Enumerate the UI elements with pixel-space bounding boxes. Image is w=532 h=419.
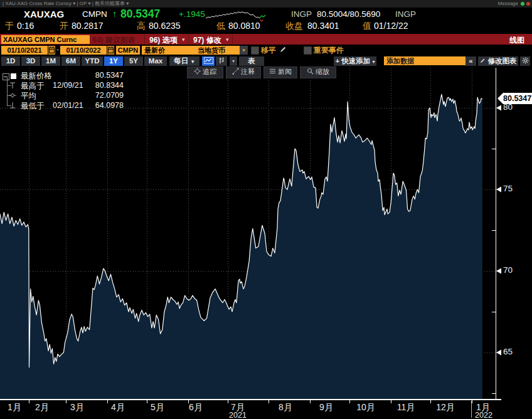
zoom-label: 缩放 — [316, 68, 329, 75]
range-toolbar: 1D 3D 1M 6M YTD 1Y 5Y Max 每日 ▼ ▾ 表 + 快速添… — [0, 55, 532, 66]
open-label: 开 — [60, 21, 68, 32]
x-axis-month-label: 10月 — [356, 402, 375, 413]
range-tab-ytd[interactable]: YTD — [82, 56, 103, 66]
time-value: 0:16 — [17, 21, 34, 31]
key-events-checkbox[interactable] — [304, 46, 312, 55]
titlebar-breadcrumb[interactable]: | XAU-XAG Cross Rate Curncy ▾ | GP ▾ | 相… — [3, 0, 129, 8]
divider — [232, 34, 233, 44]
annotate-button[interactable]: 注释 — [226, 66, 261, 78]
add-data-input[interactable]: 添加数据 — [384, 56, 466, 65]
legend-high-value: 80.8344 — [86, 81, 124, 90]
range-tab-max[interactable]: Max — [144, 56, 167, 66]
gear-icon[interactable] — [520, 56, 530, 66]
bid-dealer: INGP — [291, 9, 312, 19]
legend-high-date: 12/09/21 — [53, 81, 83, 90]
quick-add-label: 快速添加 — [341, 57, 370, 65]
legend-collapse-node[interactable] — [3, 73, 9, 80]
range-tab-1y-active[interactable]: 1Y — [104, 56, 123, 66]
price-chart[interactable] — [0, 68, 502, 404]
legend-average-label[interactable]: 平均 — [21, 91, 36, 102]
price-field-select[interactable]: 最新价 — [142, 46, 196, 55]
edit-chart-button[interactable]: 修改图表 — [478, 56, 518, 66]
quick-add-button[interactable]: + 快速添加 ▾ — [334, 56, 376, 66]
ask-dealer: INGP — [395, 9, 416, 19]
message-button[interactable]: Message — [498, 0, 518, 8]
range-tab-6m[interactable]: 6M — [61, 56, 80, 66]
collapse-panel-button[interactable]: « — [466, 56, 476, 66]
last-price-axis-tag: 80.5347 — [497, 93, 532, 104]
open-value: 80.2817 — [72, 21, 104, 31]
x-axis-month-label: 1月 — [8, 402, 21, 413]
close-value: 80.3401 — [307, 21, 339, 31]
function-bar: XAUXAG CMPN Curnc 94) 建议图表 96) 选项 ▾ 97) … — [0, 34, 532, 45]
triangle-down-icon: ▼ — [190, 59, 195, 65]
line-chart-type-button[interactable] — [202, 56, 215, 66]
key-events-label[interactable]: 重要事件 — [314, 45, 344, 56]
low-value: 80.0810 — [228, 21, 260, 31]
candle-chart-type-button[interactable] — [216, 56, 227, 66]
date-range-dash: - — [56, 45, 59, 53]
value-date-label: 值 — [363, 21, 371, 32]
date-to-input[interactable]: 01/10/2022 — [60, 46, 107, 55]
x-axis-month-label: 3月 — [70, 402, 84, 413]
news-label: 新闻 — [278, 68, 292, 75]
x-axis-month-label: 2月 — [35, 402, 49, 413]
legend-last-label[interactable]: 最新价格 — [21, 71, 52, 82]
track-label: 追踪 — [203, 68, 216, 75]
annotate-label: 注释 — [241, 68, 255, 75]
low-label: 低 — [216, 21, 225, 32]
moving-average-label[interactable]: 移平 — [261, 45, 276, 56]
table-button[interactable]: 表 — [239, 56, 264, 66]
pencil-icon[interactable] — [279, 46, 287, 53]
range-tab-3d[interactable]: 3D — [21, 56, 40, 66]
divider — [144, 34, 145, 44]
y-axis-tick-label: 70 — [503, 265, 513, 275]
news-icon — [269, 68, 276, 75]
last-price: 80.5347 — [120, 8, 160, 21]
moving-average-checkbox[interactable] — [251, 46, 259, 55]
legend-low-label[interactable]: 最低于 — [21, 101, 45, 112]
news-button[interactable]: 新闻 — [263, 66, 297, 78]
high-marker-icon — [9, 82, 16, 89]
chevron-down-icon: ▾ — [373, 59, 375, 65]
status-red-icon — [526, 2, 530, 6]
range-tab-5y[interactable]: 5Y — [124, 56, 143, 66]
security-input[interactable]: XAUXAG CMPN Curnc — [1, 35, 90, 44]
x-axis-year-label: 2022 — [475, 411, 492, 419]
x-axis-month-label: 8月 — [279, 402, 292, 413]
date-from-input[interactable]: 01/10/2021 — [1, 46, 48, 55]
high-value: 80.6235 — [149, 21, 181, 31]
track-button[interactable]: 追踪 — [187, 66, 223, 78]
period-select[interactable]: 每日 ▼ — [169, 56, 200, 66]
value-date: 01/12/22 — [374, 21, 408, 31]
currency-select[interactable]: 当地货币 — [195, 46, 242, 55]
chart-type-dropdown-icon[interactable]: ▾ — [230, 56, 237, 66]
chevron-down-icon: ▾ — [182, 36, 185, 43]
currency-dropdown-icon[interactable]: ▾ — [240, 46, 248, 55]
x-axis-month-label: 6月 — [189, 402, 203, 413]
edit-chart-label: 修改图表 — [488, 57, 517, 65]
legend-low-value: 64.0978 — [86, 101, 124, 110]
legend-high-label[interactable]: 最高于 — [21, 81, 45, 92]
zoom-button[interactable]: 缩放 — [300, 66, 336, 78]
price-change: +.1945 — [179, 9, 205, 19]
calendar-icon[interactable] — [48, 46, 55, 55]
range-tab-1d[interactable]: 1D — [1, 56, 20, 66]
range-tab-1m[interactable]: 1M — [41, 56, 60, 66]
pricing-source-select[interactable]: CMPN — [116, 46, 140, 55]
x-axis-month-label: 5月 — [151, 402, 164, 413]
x-axis-month-label: 9月 — [319, 402, 333, 413]
x-axis-month-label: 12月 — [436, 402, 455, 413]
status-green-icon — [521, 2, 524, 6]
calendar-icon[interactable] — [107, 46, 114, 55]
x-axis-month-label: 4月 — [111, 402, 125, 413]
magnifier-icon — [307, 68, 314, 75]
close-label: 收盘 — [285, 21, 303, 32]
quote-source: CMPN — [82, 9, 107, 19]
divider — [188, 34, 189, 44]
average-marker-icon — [9, 92, 16, 99]
year-separator-line — [471, 401, 472, 418]
y-axis-tick-label: 65 — [503, 347, 513, 356]
window-titlebar: | XAU-XAG Cross Rate Curncy ▾ | GP ▾ | 相… — [0, 0, 532, 8]
low-marker-icon — [9, 102, 16, 109]
